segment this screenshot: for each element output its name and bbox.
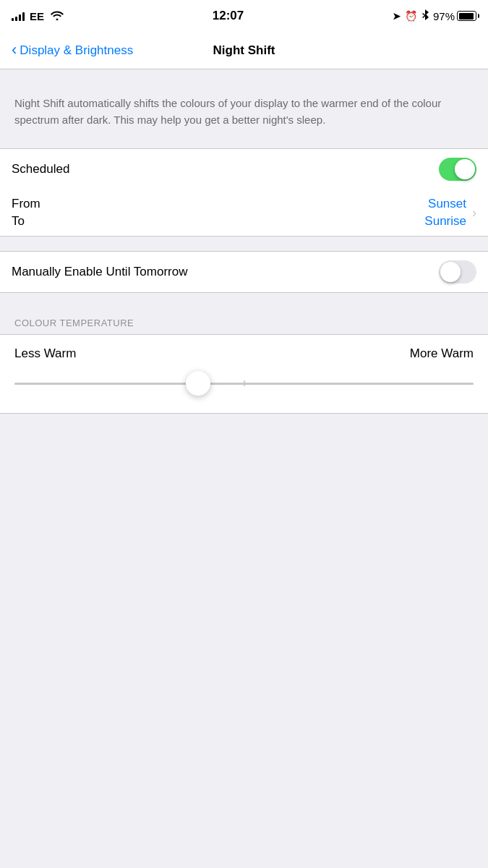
battery-container: 97% bbox=[433, 10, 476, 22]
from-value: Sunset bbox=[428, 197, 466, 211]
temp-labels: Less Warm More Warm bbox=[14, 346, 474, 361]
from-label: From bbox=[12, 197, 424, 211]
scheduled-label: Scheduled bbox=[12, 162, 69, 176]
toggle-thumb bbox=[455, 159, 475, 179]
slider-track bbox=[14, 383, 474, 385]
battery-percent: 97% bbox=[433, 10, 455, 22]
top-gap bbox=[0, 69, 488, 84]
slider-thumb[interactable] bbox=[186, 371, 210, 396]
nav-bar: ‹ Display & Brightness Night Shift bbox=[0, 32, 488, 69]
less-warm-label: Less Warm bbox=[14, 346, 76, 361]
status-left: EE bbox=[12, 10, 64, 22]
more-warm-label: More Warm bbox=[410, 346, 474, 361]
gap-3 bbox=[0, 293, 488, 307]
wifi-icon bbox=[51, 10, 64, 22]
description-text: Night Shift automatically shifts the col… bbox=[14, 95, 474, 128]
to-label: To bbox=[12, 214, 424, 229]
from-to-chevron-icon: › bbox=[472, 205, 476, 221]
gap-1 bbox=[0, 142, 488, 148]
status-bar: EE 12:07 ➤ ⏰ 97% bbox=[0, 0, 488, 32]
manually-card: Manually Enable Until Tomorrow bbox=[0, 251, 488, 293]
back-chevron-icon: ‹ bbox=[12, 42, 17, 58]
manually-row: Manually Enable Until Tomorrow bbox=[0, 252, 488, 292]
temperature-slider-container[interactable] bbox=[14, 371, 474, 396]
from-to-row[interactable]: From To Sunset Sunrise › bbox=[0, 190, 488, 236]
from-to-labels: From To bbox=[12, 197, 424, 229]
alarm-icon: ⏰ bbox=[405, 10, 417, 22]
from-to-values: Sunset Sunrise bbox=[424, 197, 466, 229]
description-block: Night Shift automatically shifts the col… bbox=[0, 84, 488, 142]
to-value: Sunrise bbox=[424, 214, 466, 229]
status-time: 12:07 bbox=[213, 9, 244, 23]
scheduled-card: Scheduled From To Sunset Sunrise › bbox=[0, 148, 488, 237]
back-button[interactable]: ‹ Display & Brightness bbox=[12, 43, 133, 58]
battery-icon bbox=[457, 11, 476, 21]
temperature-card: Less Warm More Warm bbox=[0, 334, 488, 414]
back-label: Display & Brightness bbox=[20, 43, 133, 58]
manually-label: Manually Enable Until Tomorrow bbox=[12, 265, 187, 279]
carrier-name: EE bbox=[30, 10, 44, 22]
manually-toggle-thumb bbox=[440, 262, 461, 282]
bottom-area bbox=[0, 414, 488, 631]
scheduled-row: Scheduled bbox=[0, 149, 488, 190]
gap-2 bbox=[0, 237, 488, 251]
bluetooth-icon bbox=[421, 9, 429, 23]
scheduled-toggle[interactable] bbox=[439, 158, 476, 181]
status-right: ➤ ⏰ 97% bbox=[393, 9, 476, 23]
location-icon: ➤ bbox=[393, 11, 401, 22]
colour-temp-header: COLOUR TEMPERATURE bbox=[0, 307, 488, 334]
manually-toggle[interactable] bbox=[439, 260, 476, 284]
page-title: Night Shift bbox=[213, 43, 275, 58]
slider-tick-center bbox=[244, 380, 245, 386]
signal-bars bbox=[12, 11, 25, 21]
